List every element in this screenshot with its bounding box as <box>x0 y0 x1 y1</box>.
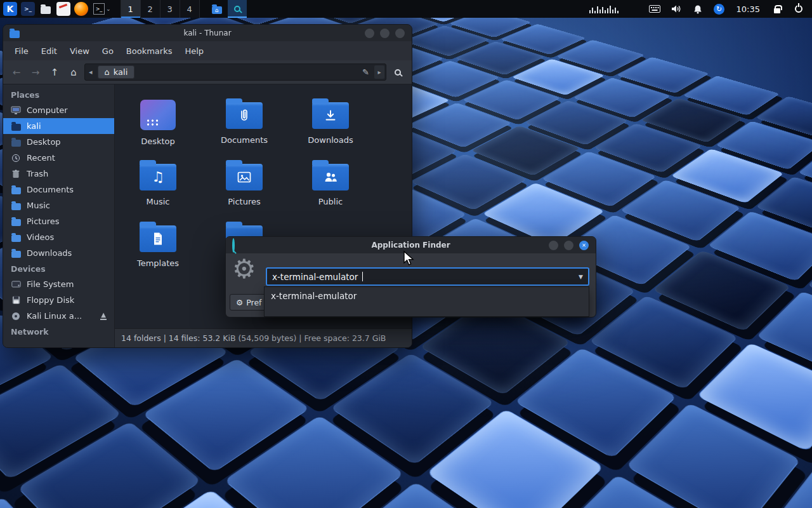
file-item-desktop[interactable]: Desktop <box>115 91 201 152</box>
workspace-1[interactable]: 1 <box>121 0 141 18</box>
task-thunar-window[interactable]: ⌂ <box>207 0 226 18</box>
notifications-bell-icon[interactable] <box>687 0 709 18</box>
thunar-window-icon <box>10 29 20 38</box>
wallpaper-cube <box>625 403 801 508</box>
kali-menu-icon[interactable]: K <box>3 2 17 16</box>
menu-bookmarks[interactable]: Bookmarks <box>120 44 179 58</box>
wallpaper-cube <box>408 103 513 148</box>
taskbar: ⌂ <box>207 0 247 18</box>
sidebar-item-label: Pictures <box>27 217 59 226</box>
text-editor-launcher-icon[interactable] <box>56 2 70 16</box>
workspace-2[interactable]: 2 <box>141 0 160 18</box>
statusbar-text: 14 folders | 14 files: 53.2 KiB (54,509 … <box>121 333 386 343</box>
task-application-finder-window[interactable] <box>228 0 247 18</box>
folder-icon <box>41 6 51 14</box>
file-label: Templates <box>137 259 179 267</box>
finder-titlebar[interactable]: Application Finder ✕ <box>226 237 596 253</box>
desktop-grid-icon <box>140 100 176 130</box>
eject-icon[interactable]: ▲ <box>100 312 107 320</box>
forward-button[interactable]: → <box>27 64 44 81</box>
back-button[interactable]: ← <box>8 64 25 81</box>
maximize-button[interactable] <box>564 241 573 250</box>
breadcrumb-label: kali <box>114 67 128 77</box>
preferences-button[interactable]: ⚙ Pref <box>230 294 268 311</box>
wallpaper-cube <box>697 342 812 451</box>
wallpaper-cube <box>756 177 812 238</box>
sidebar-item-floppy-disk[interactable]: Floppy Disk <box>3 292 114 308</box>
file-item-templates[interactable]: Templates <box>115 214 201 276</box>
terminal-launcher-icon[interactable]: >_ <box>21 2 35 16</box>
file-item-music[interactable]: ♫ Music <box>115 152 201 214</box>
terminal-chooser-icon: >_ <box>93 3 105 15</box>
wallpaper-cube <box>410 154 527 210</box>
computer-icon <box>11 105 21 116</box>
sidebar-item-downloads[interactable]: Downloads <box>3 245 114 261</box>
minimize-button[interactable] <box>549 241 558 250</box>
file-item-public[interactable]: Public <box>287 152 374 214</box>
sidebar-item-documents[interactable]: Documents <box>3 182 114 197</box>
sidebar-item-file-system[interactable]: File System <box>3 276 114 292</box>
thunar-menubar: File Edit View Go Bookmarks Help <box>3 41 412 60</box>
breadcrumb[interactable]: ⌂ kali <box>98 65 135 79</box>
sidebar-item-kali[interactable]: kali <box>3 118 114 134</box>
wallpaper-cube <box>0 497 70 508</box>
workspace-4[interactable]: 4 <box>180 0 200 18</box>
sidebar-item-label: Downloads <box>27 248 72 258</box>
wallpaper-cube <box>500 24 586 55</box>
application-search-input[interactable]: x-terminal-emulator ▼ <box>266 267 589 286</box>
sidebar-item-recent[interactable]: Recent <box>3 150 114 166</box>
volume-icon[interactable] <box>665 0 687 18</box>
wallpaper-cube <box>671 149 784 204</box>
finder-window-title: Application Finder <box>226 241 596 250</box>
thunar-window-title: kali - Thunar <box>3 29 412 37</box>
keyboard-layout-icon[interactable] <box>644 0 665 18</box>
file-label: Downloads <box>308 136 353 144</box>
minimize-button[interactable] <box>365 29 374 38</box>
sidebar-item-trash[interactable]: Trash <box>3 166 114 182</box>
file-label: Documents <box>221 136 268 144</box>
sidebar-item-videos[interactable]: Videos <box>3 229 114 245</box>
panel-clock[interactable]: 10:35 <box>730 4 766 14</box>
terminal-chooser-launcher[interactable]: >_ ⌄ <box>93 3 111 15</box>
folder-icon <box>11 217 21 227</box>
wallpaper-cube <box>756 291 812 384</box>
devices-header: Devices <box>3 261 114 276</box>
wallpaper-cube <box>0 363 122 479</box>
path-bar[interactable]: ◂ ⌂ kali ✎ ▸ <box>84 64 386 81</box>
up-button[interactable]: ↑ <box>46 64 63 81</box>
thunar-titlebar[interactable]: kali - Thunar <box>3 25 412 41</box>
crumb-prev-button[interactable]: ◂ <box>86 68 95 76</box>
wallpaper-cube <box>757 467 812 508</box>
menu-file[interactable]: File <box>8 44 35 58</box>
home-button[interactable]: ⌂ <box>65 64 82 81</box>
menu-view[interactable]: View <box>63 44 96 58</box>
file-item-pictures[interactable]: Pictures <box>201 152 287 214</box>
suggestion-item[interactable]: x-terminal-emulator <box>265 287 589 305</box>
file-item-downloads[interactable]: Downloads <box>287 91 374 152</box>
close-button[interactable] <box>395 29 405 38</box>
sidebar-item-kali-linux-volume[interactable]: Kali Linux a... ▲ <box>3 308 114 324</box>
crumb-next-button[interactable]: ▸ <box>374 65 384 79</box>
firefox-launcher-icon[interactable] <box>74 2 88 16</box>
edit-path-icon[interactable]: ✎ <box>360 67 372 77</box>
sidebar-item-pictures[interactable]: Pictures <box>3 213 114 229</box>
search-button[interactable] <box>389 64 407 81</box>
lock-screen-icon[interactable] <box>766 0 788 18</box>
close-button[interactable]: ✕ <box>579 241 589 250</box>
workspace-3[interactable]: 3 <box>160 0 180 18</box>
updates-icon[interactable]: ↻ <box>709 0 730 18</box>
power-session-icon[interactable] <box>788 0 809 18</box>
wallpaper-cube <box>641 98 743 143</box>
file-manager-launcher-icon[interactable] <box>39 2 53 16</box>
combo-dropdown-arrow-icon[interactable]: ▼ <box>579 274 583 280</box>
menu-go[interactable]: Go <box>96 44 120 58</box>
sidebar-item-computer[interactable]: Computer <box>3 102 114 118</box>
sidebar-item-music[interactable]: Music <box>3 197 114 213</box>
sidebar-item-desktop[interactable]: Desktop <box>3 134 114 150</box>
file-item-documents[interactable]: Documents <box>201 91 287 152</box>
menu-help[interactable]: Help <box>178 44 210 58</box>
menu-edit[interactable]: Edit <box>35 44 63 58</box>
maximize-button[interactable] <box>380 29 390 38</box>
sidebar-item-label: Floppy Disk <box>27 295 74 305</box>
clock-icon <box>11 153 21 163</box>
